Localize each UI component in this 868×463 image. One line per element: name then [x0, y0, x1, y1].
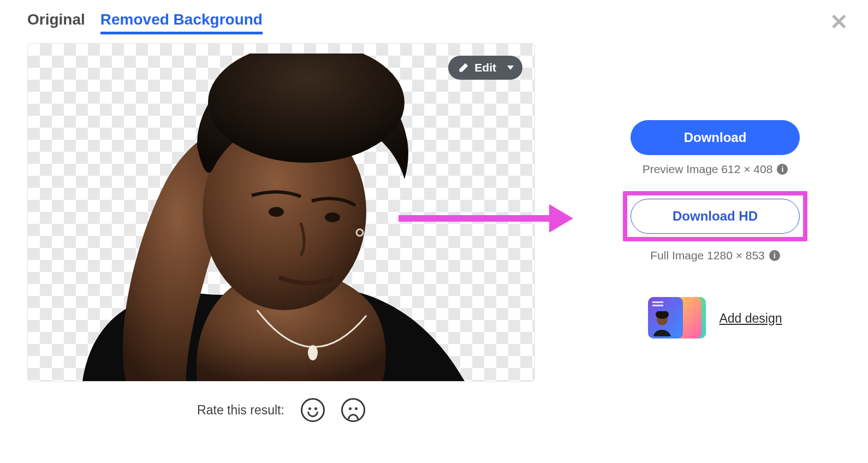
design-thumbnails-icon: [648, 295, 708, 342]
preview-size-label: Preview Image 612 × 408 i: [643, 163, 788, 176]
result-tabs: Original Removed Background: [27, 11, 535, 34]
info-icon[interactable]: i: [769, 250, 780, 261]
result-canvas: Edit: [27, 43, 535, 382]
tab-original[interactable]: Original: [27, 11, 85, 34]
annotation-highlight: Download HD: [623, 191, 807, 241]
rate-row: Rate this result:: [27, 398, 535, 422]
edit-button-label: Edit: [474, 61, 496, 74]
download-hd-button[interactable]: Download HD: [631, 199, 800, 234]
actions-panel: Download Preview Image 612 × 408 i Downl…: [590, 11, 841, 422]
brush-icon: [458, 62, 469, 73]
tab-removed-background[interactable]: Removed Background: [100, 11, 263, 34]
editor-panel: Original Removed Background: [27, 11, 535, 422]
svg-point-3: [325, 212, 340, 222]
chevron-down-icon: [507, 66, 514, 70]
svg-point-1: [208, 54, 405, 163]
svg-point-5: [356, 229, 363, 236]
rate-good-button[interactable]: [301, 398, 325, 422]
rate-label: Rate this result:: [197, 403, 284, 418]
svg-point-0: [203, 114, 366, 310]
add-design-link[interactable]: Add design: [719, 311, 782, 326]
rate-bad-button[interactable]: [341, 398, 365, 422]
svg-point-4: [308, 345, 318, 360]
svg-point-2: [269, 207, 284, 217]
info-icon[interactable]: i: [777, 164, 788, 175]
add-design-row[interactable]: Add design: [648, 295, 782, 342]
subject-image: [61, 54, 475, 381]
download-button[interactable]: Download: [631, 120, 800, 155]
full-size-label: Full Image 1280 × 853 i: [650, 249, 780, 262]
edit-button[interactable]: Edit: [448, 56, 522, 80]
